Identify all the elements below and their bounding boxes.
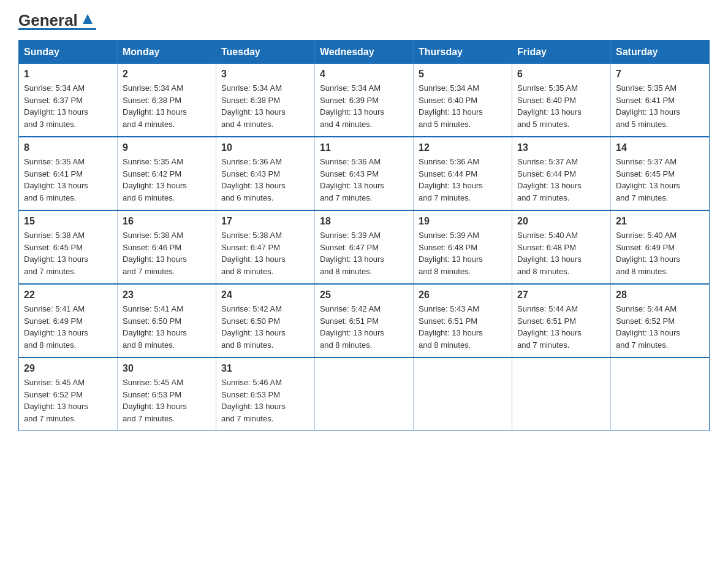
day-info: Sunrise: 5:34 AMSunset: 6:38 PMDaylight:…	[123, 82, 211, 130]
calendar-cell: 25 Sunrise: 5:42 AMSunset: 6:51 PMDaylig…	[315, 284, 414, 358]
calendar-cell: 17 Sunrise: 5:38 AMSunset: 6:47 PMDaylig…	[216, 210, 315, 284]
calendar-table: SundayMondayTuesdayWednesdayThursdayFrid…	[18, 40, 710, 431]
calendar-cell: 22 Sunrise: 5:41 AMSunset: 6:49 PMDaylig…	[19, 284, 118, 358]
calendar-cell: 4 Sunrise: 5:34 AMSunset: 6:39 PMDayligh…	[315, 64, 414, 137]
day-info: Sunrise: 5:34 AMSunset: 6:37 PMDaylight:…	[24, 82, 112, 130]
calendar-cell: 29 Sunrise: 5:45 AMSunset: 6:52 PMDaylig…	[19, 358, 118, 431]
day-info: Sunrise: 5:41 AMSunset: 6:49 PMDaylight:…	[24, 303, 112, 351]
day-number: 5	[419, 69, 507, 80]
calendar-cell: 5 Sunrise: 5:34 AMSunset: 6:40 PMDayligh…	[414, 64, 512, 137]
calendar-cell: 14 Sunrise: 5:37 AMSunset: 6:45 PMDaylig…	[611, 137, 710, 210]
calendar-cell: 30 Sunrise: 5:45 AMSunset: 6:53 PMDaylig…	[118, 358, 216, 431]
calendar-cell: 26 Sunrise: 5:43 AMSunset: 6:51 PMDaylig…	[414, 284, 512, 358]
weekday-header-sunday: Sunday	[19, 40, 118, 64]
day-number: 3	[221, 69, 309, 80]
calendar-cell: 7 Sunrise: 5:35 AMSunset: 6:41 PMDayligh…	[611, 64, 710, 137]
day-info: Sunrise: 5:35 AMSunset: 6:41 PMDaylight:…	[24, 156, 112, 204]
calendar-cell: 12 Sunrise: 5:36 AMSunset: 6:44 PMDaylig…	[414, 137, 512, 210]
day-number: 1	[24, 69, 112, 80]
calendar-cell	[414, 358, 512, 431]
day-info: Sunrise: 5:35 AMSunset: 6:41 PMDaylight:…	[616, 82, 704, 130]
day-number: 25	[320, 289, 408, 301]
day-info: Sunrise: 5:37 AMSunset: 6:45 PMDaylight:…	[616, 156, 704, 204]
day-number: 30	[123, 363, 211, 374]
calendar-cell: 2 Sunrise: 5:34 AMSunset: 6:38 PMDayligh…	[118, 64, 216, 137]
day-number: 28	[616, 289, 704, 301]
calendar-cell: 13 Sunrise: 5:37 AMSunset: 6:44 PMDaylig…	[512, 137, 611, 210]
calendar-week-row: 22 Sunrise: 5:41 AMSunset: 6:49 PMDaylig…	[19, 284, 710, 358]
day-info: Sunrise: 5:46 AMSunset: 6:53 PMDaylight:…	[221, 377, 309, 424]
calendar-week-row: 15 Sunrise: 5:38 AMSunset: 6:45 PMDaylig…	[19, 210, 710, 284]
day-info: Sunrise: 5:36 AMSunset: 6:44 PMDaylight:…	[419, 156, 507, 204]
calendar-cell: 6 Sunrise: 5:35 AMSunset: 6:40 PMDayligh…	[512, 64, 611, 137]
day-info: Sunrise: 5:40 AMSunset: 6:49 PMDaylight:…	[616, 229, 704, 277]
day-number: 31	[221, 363, 309, 374]
calendar-week-row: 29 Sunrise: 5:45 AMSunset: 6:52 PMDaylig…	[19, 358, 710, 431]
calendar-cell	[611, 358, 710, 431]
day-number: 16	[123, 216, 211, 227]
day-number: 24	[221, 289, 309, 301]
calendar-cell: 18 Sunrise: 5:39 AMSunset: 6:47 PMDaylig…	[315, 210, 414, 284]
day-number: 29	[24, 363, 112, 374]
day-info: Sunrise: 5:40 AMSunset: 6:48 PMDaylight:…	[517, 229, 605, 277]
calendar-cell: 20 Sunrise: 5:40 AMSunset: 6:48 PMDaylig…	[512, 210, 611, 284]
day-info: Sunrise: 5:36 AMSunset: 6:43 PMDaylight:…	[320, 156, 408, 204]
day-info: Sunrise: 5:36 AMSunset: 6:43 PMDaylight:…	[221, 156, 309, 204]
day-number: 9	[123, 142, 211, 153]
weekday-header-monday: Monday	[118, 40, 216, 64]
calendar-cell: 24 Sunrise: 5:42 AMSunset: 6:50 PMDaylig…	[216, 284, 315, 358]
calendar-header-row: SundayMondayTuesdayWednesdayThursdayFrid…	[19, 40, 710, 64]
calendar-cell: 16 Sunrise: 5:38 AMSunset: 6:46 PMDaylig…	[118, 210, 216, 284]
day-info: Sunrise: 5:44 AMSunset: 6:51 PMDaylight:…	[517, 303, 605, 351]
day-number: 12	[419, 142, 507, 153]
day-number: 6	[517, 69, 605, 80]
day-info: Sunrise: 5:42 AMSunset: 6:51 PMDaylight:…	[320, 303, 408, 351]
day-number: 26	[419, 289, 507, 301]
day-info: Sunrise: 5:44 AMSunset: 6:52 PMDaylight:…	[616, 303, 704, 351]
day-info: Sunrise: 5:39 AMSunset: 6:48 PMDaylight:…	[419, 229, 507, 277]
day-number: 19	[419, 216, 507, 227]
day-number: 23	[123, 289, 211, 301]
day-number: 8	[24, 142, 112, 153]
calendar-cell: 8 Sunrise: 5:35 AMSunset: 6:41 PMDayligh…	[19, 137, 118, 210]
calendar-cell: 27 Sunrise: 5:44 AMSunset: 6:51 PMDaylig…	[512, 284, 611, 358]
day-info: Sunrise: 5:38 AMSunset: 6:47 PMDaylight:…	[221, 229, 309, 277]
day-number: 21	[616, 216, 704, 227]
day-info: Sunrise: 5:34 AMSunset: 6:38 PMDaylight:…	[221, 82, 309, 130]
weekday-header-thursday: Thursday	[414, 40, 512, 64]
calendar-cell: 28 Sunrise: 5:44 AMSunset: 6:52 PMDaylig…	[611, 284, 710, 358]
day-info: Sunrise: 5:35 AMSunset: 6:40 PMDaylight:…	[517, 82, 605, 130]
logo-triangle-icon	[79, 10, 96, 28]
day-info: Sunrise: 5:43 AMSunset: 6:51 PMDaylight:…	[419, 303, 507, 351]
calendar-cell	[315, 358, 414, 431]
calendar-week-row: 8 Sunrise: 5:35 AMSunset: 6:41 PMDayligh…	[19, 137, 710, 210]
logo: General	[18, 12, 96, 30]
day-number: 22	[24, 289, 112, 301]
day-info: Sunrise: 5:45 AMSunset: 6:52 PMDaylight:…	[24, 377, 112, 424]
svg-marker-0	[83, 14, 93, 24]
weekday-header-wednesday: Wednesday	[315, 40, 414, 64]
day-number: 18	[320, 216, 408, 227]
calendar-week-row: 1 Sunrise: 5:34 AMSunset: 6:37 PMDayligh…	[19, 64, 710, 137]
day-number: 2	[123, 69, 211, 80]
calendar-cell: 19 Sunrise: 5:39 AMSunset: 6:48 PMDaylig…	[414, 210, 512, 284]
calendar-cell	[512, 358, 611, 431]
weekday-header-saturday: Saturday	[611, 40, 710, 64]
calendar-cell: 3 Sunrise: 5:34 AMSunset: 6:38 PMDayligh…	[216, 64, 315, 137]
calendar-cell: 15 Sunrise: 5:38 AMSunset: 6:45 PMDaylig…	[19, 210, 118, 284]
day-number: 4	[320, 69, 408, 80]
page-header: General	[18, 12, 710, 30]
day-info: Sunrise: 5:37 AMSunset: 6:44 PMDaylight:…	[517, 156, 605, 204]
calendar-cell: 10 Sunrise: 5:36 AMSunset: 6:43 PMDaylig…	[216, 137, 315, 210]
calendar-cell: 11 Sunrise: 5:36 AMSunset: 6:43 PMDaylig…	[315, 137, 414, 210]
day-number: 13	[517, 142, 605, 153]
calendar-cell: 1 Sunrise: 5:34 AMSunset: 6:37 PMDayligh…	[19, 64, 118, 137]
calendar-cell: 31 Sunrise: 5:46 AMSunset: 6:53 PMDaylig…	[216, 358, 315, 431]
day-number: 11	[320, 142, 408, 153]
calendar-cell: 9 Sunrise: 5:35 AMSunset: 6:42 PMDayligh…	[118, 137, 216, 210]
weekday-header-tuesday: Tuesday	[216, 40, 315, 64]
calendar-cell: 21 Sunrise: 5:40 AMSunset: 6:49 PMDaylig…	[611, 210, 710, 284]
day-number: 27	[517, 289, 605, 301]
day-number: 10	[221, 142, 309, 153]
day-info: Sunrise: 5:34 AMSunset: 6:39 PMDaylight:…	[320, 82, 408, 130]
